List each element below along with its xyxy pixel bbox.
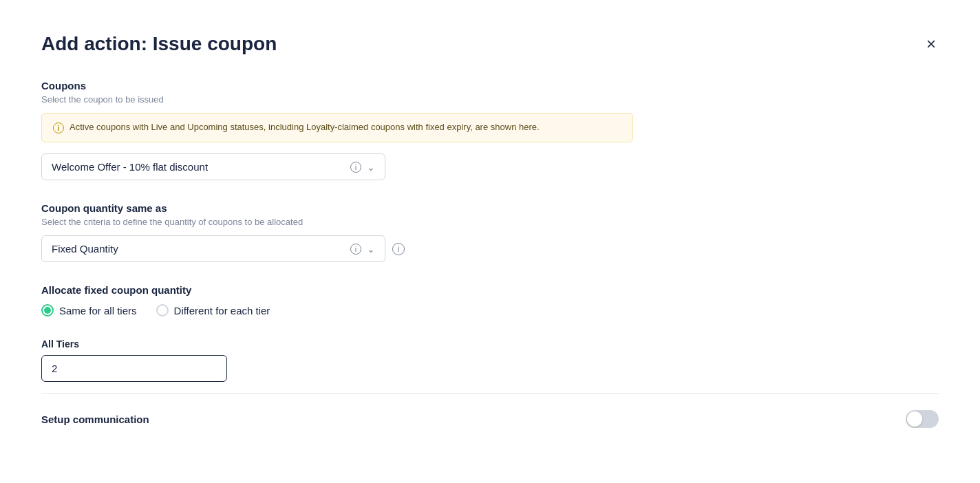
coupon-dropdown[interactable]: Welcome Offer - 10% flat discount i ⌄ <box>41 153 385 180</box>
modal-container: Add action: Issue coupon × Coupons Selec… <box>0 0 980 483</box>
radio-different-option[interactable]: Different for each tier <box>156 304 270 316</box>
coupons-section: Coupons Select the coupon to be issued i… <box>41 80 939 180</box>
radio-same-label: Same for all tiers <box>59 305 137 316</box>
radio-different-circle <box>156 304 169 316</box>
all-tiers-label: All Tiers <box>41 339 939 350</box>
setup-comm-toggle[interactable] <box>906 410 939 428</box>
coupons-label: Coupons <box>41 80 939 92</box>
all-tiers-input[interactable] <box>41 355 227 382</box>
quantity-dropdown-chevron-icon: ⌄ <box>367 244 375 255</box>
allocate-label: Allocate fixed coupon quantity <box>41 284 939 296</box>
coupon-dropdown-value: Welcome Offer - 10% flat discount <box>52 161 208 173</box>
radio-different-label: Different for each tier <box>174 305 270 316</box>
quantity-extra-info-icon[interactable]: i <box>392 243 405 255</box>
setup-comm-section: Setup communication <box>41 393 939 428</box>
quantity-dropdown-wrapper: Fixed Quantity i ⌄ i <box>41 235 939 262</box>
quantity-section: Coupon quantity same as Select the crite… <box>41 202 939 262</box>
modal-title: Add action: Issue coupon <box>41 33 277 55</box>
radio-group: Same for all tiers Different for each ti… <box>41 304 939 316</box>
quantity-dropdown-inner: Fixed Quantity <box>52 243 118 255</box>
setup-comm-label: Setup communication <box>41 414 149 425</box>
all-tiers-section: All Tiers <box>41 339 939 382</box>
coupon-dropdown-chevron-icon: ⌄ <box>367 162 375 173</box>
coupons-sublabel: Select the coupon to be issued <box>41 94 939 105</box>
info-banner: i Active coupons with Live and Upcoming … <box>41 113 633 142</box>
radio-same-option[interactable]: Same for all tiers <box>41 304 137 316</box>
coupon-dropdown-inner: Welcome Offer - 10% flat discount <box>52 161 208 173</box>
info-banner-text: Active coupons with Live and Upcoming st… <box>70 122 540 132</box>
modal-header: Add action: Issue coupon × <box>41 33 939 55</box>
radio-same-circle <box>41 304 54 316</box>
quantity-label: Coupon quantity same as <box>41 202 939 214</box>
close-button[interactable]: × <box>924 33 939 55</box>
quantity-sublabel: Select the criteria to define the quanti… <box>41 217 939 227</box>
info-circle-icon: i <box>53 122 64 133</box>
quantity-dropdown-value: Fixed Quantity <box>52 243 118 255</box>
coupon-dropdown-info-icon[interactable]: i <box>350 162 361 173</box>
quantity-dropdown-info-icon[interactable]: i <box>350 244 361 255</box>
allocate-section: Allocate fixed coupon quantity Same for … <box>41 284 939 316</box>
quantity-dropdown[interactable]: Fixed Quantity i ⌄ <box>41 235 385 262</box>
